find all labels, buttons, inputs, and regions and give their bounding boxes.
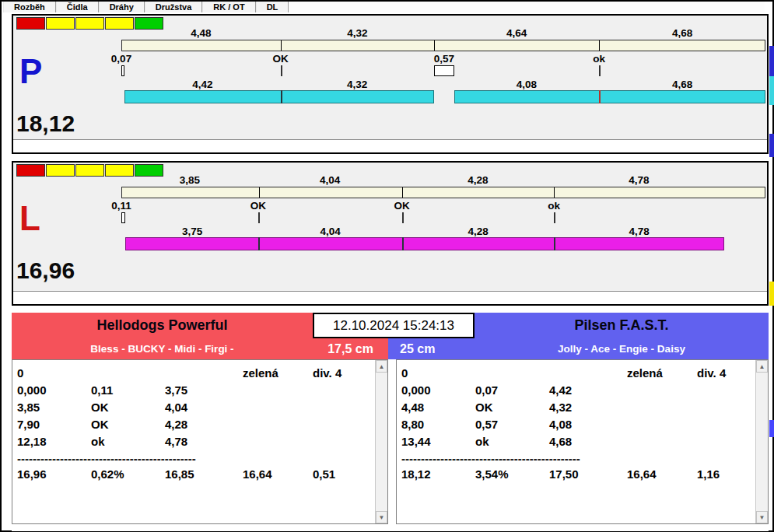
log-header-row: 0 zelená div. 4 xyxy=(17,366,374,383)
team-left-name: Hellodogs Powerful xyxy=(96,317,227,334)
log-cell: zelená xyxy=(627,366,697,383)
tab-druzstva[interactable]: Družstva xyxy=(145,2,202,12)
log-cell: 0 xyxy=(17,366,91,383)
team-left-dogs: Bless - BUCKY - Midi - Firgi - xyxy=(12,338,313,359)
scroll-down-icon[interactable]: ▼ xyxy=(376,511,387,523)
scoreboard: Hellodogs Powerful 12.10.2024 15:24:13 P… xyxy=(12,313,769,531)
log-cell: 3,85 xyxy=(17,401,91,418)
run-log-left-content[interactable]: 0 zelená div. 4 0,000 0,11 3,75 3,85 OK … xyxy=(12,360,374,523)
log-cell: zelená xyxy=(243,366,313,383)
lane-letter-right: P xyxy=(19,51,42,92)
light-yellow2-icon xyxy=(75,164,104,177)
app-window: Rozběh Čidla Dráhy Družstva RK / OT DL 4… xyxy=(0,0,774,532)
log-total-diff: 0,51 xyxy=(313,467,374,488)
log-row: 4,48 OK 4,32 xyxy=(401,401,755,418)
tab-dl[interactable]: DL xyxy=(256,2,289,12)
log-cell: 4,42 xyxy=(549,383,627,401)
log-total-time: 16,96 xyxy=(17,467,91,488)
lane-total-time-right: 18,12 xyxy=(16,110,75,137)
log-row: 7,90 OK 4,28 xyxy=(17,418,374,435)
scrollbar-vertical[interactable]: ▲ ▼ xyxy=(755,360,768,523)
log-total-time: 18,12 xyxy=(401,467,475,488)
run-log-right-content[interactable]: 0 zelená div. 4 0,000 0,07 4,42 4,48 OK … xyxy=(397,360,755,523)
run-log-left: 0 zelená div. 4 0,000 0,11 3,75 3,85 OK … xyxy=(12,359,388,524)
log-total-ref: 16,64 xyxy=(627,467,697,488)
run-bar-divider xyxy=(258,237,260,250)
changeover-2: OK xyxy=(250,200,266,212)
light-yellow2-icon xyxy=(75,17,104,30)
run-split-1: 3,75 xyxy=(182,226,202,237)
plan-split-3: 4,28 xyxy=(468,174,488,186)
changeover-3: 0,57 xyxy=(434,53,454,65)
tab-rozbeh[interactable]: Rozběh xyxy=(3,2,56,12)
tab-bar: Rozběh Čidla Dráhy Družstva RK / OT DL xyxy=(3,2,765,12)
changeover-2: OK xyxy=(273,53,289,65)
datetime-box: 12.10.2024 15:24:13 xyxy=(313,313,475,338)
log-cell: 13,44 xyxy=(401,435,475,452)
changeover-markers xyxy=(121,212,765,224)
run-split-times: 3,75 4,04 4,28 4,78 xyxy=(121,226,765,237)
split-tick xyxy=(434,40,435,51)
log-total-pct: 3,54% xyxy=(475,467,549,488)
log-total-pct: 0,62% xyxy=(91,467,165,488)
run-split-2: 4,32 xyxy=(347,79,367,90)
log-cell: OK xyxy=(91,418,165,435)
run-time-bar xyxy=(121,237,765,250)
log-cell: 0,000 xyxy=(17,383,91,401)
run-bar-segment xyxy=(454,90,765,103)
tab-rk-ot[interactable]: RK / OT xyxy=(202,2,255,12)
team-left-header: Hellodogs Powerful xyxy=(12,313,313,338)
log-cell: ok xyxy=(475,435,549,452)
background-window-edge xyxy=(769,420,774,437)
run-split-3: 4,28 xyxy=(468,226,489,237)
run-log-right: 0 zelená div. 4 0,000 0,07 4,42 4,48 OK … xyxy=(396,359,769,524)
team-left-dogs-text: Bless - BUCKY - Midi - Firgi - xyxy=(90,343,233,355)
changeover-gap-marker xyxy=(121,65,124,76)
changeover-3: OK xyxy=(394,200,409,212)
run-bar-segment xyxy=(124,90,434,103)
log-cell: 4,28 xyxy=(165,418,243,435)
background-window-edge xyxy=(769,46,774,76)
log-row: 8,80 0,57 4,08 xyxy=(401,418,755,435)
log-row: 3,85 OK 4,04 xyxy=(17,401,374,418)
log-cell: 4,48 xyxy=(401,401,475,418)
plan-time-bar xyxy=(121,187,765,198)
log-cell: 0,57 xyxy=(475,418,549,435)
background-window-edge xyxy=(769,282,774,306)
team-right-dogs: Jolly - Ace - Engie - Daisy xyxy=(475,338,769,359)
changeover-gap-marker xyxy=(434,65,454,76)
scroll-up-icon[interactable]: ▲ xyxy=(376,360,387,373)
log-cell: 4,32 xyxy=(549,401,627,418)
plan-split-1: 4,48 xyxy=(191,27,211,39)
changeover-tick xyxy=(258,212,260,223)
log-cell: 4,68 xyxy=(549,435,627,452)
log-cell: 7,90 xyxy=(17,418,91,435)
changeover-tick xyxy=(402,212,404,223)
changeover-tick xyxy=(599,65,601,76)
jump-height-right-text: 25 cm xyxy=(400,342,435,356)
team-right-jump-height: 25 cm xyxy=(388,338,475,359)
run-split-4: 4,78 xyxy=(629,226,650,237)
changeover-markers xyxy=(121,65,765,77)
tab-cidla[interactable]: Čidla xyxy=(56,2,99,12)
log-total-net: 16,85 xyxy=(165,467,243,488)
scroll-down-icon[interactable]: ▼ xyxy=(756,511,768,523)
log-total-net: 17,50 xyxy=(549,467,627,488)
lane-total-time-left: 16,96 xyxy=(16,257,75,284)
plan-split-2: 4,04 xyxy=(320,174,340,186)
changeover-1: 0,11 xyxy=(111,200,131,212)
scroll-up-icon[interactable]: ▲ xyxy=(756,360,768,373)
lane-letter-left: L xyxy=(19,198,40,239)
scrollbar-vertical[interactable]: ▲ ▼ xyxy=(375,360,387,523)
log-cell: 4,08 xyxy=(549,418,627,435)
lane-panel-left: 3,85 4,04 4,28 4,78 0,11 OK OK ok 3,75 4… xyxy=(12,161,769,306)
log-separator: ----------------------------------------… xyxy=(17,452,235,467)
split-tick xyxy=(402,187,403,198)
tab-drahy[interactable]: Dráhy xyxy=(99,2,145,12)
log-cell: 8,80 xyxy=(401,418,475,435)
split-tick xyxy=(281,40,282,51)
log-cell: 0 xyxy=(401,366,475,383)
log-row: 13,44 ok 4,68 xyxy=(401,435,755,452)
log-cell: 4,78 xyxy=(165,435,243,452)
run-bar-divider xyxy=(402,237,404,250)
